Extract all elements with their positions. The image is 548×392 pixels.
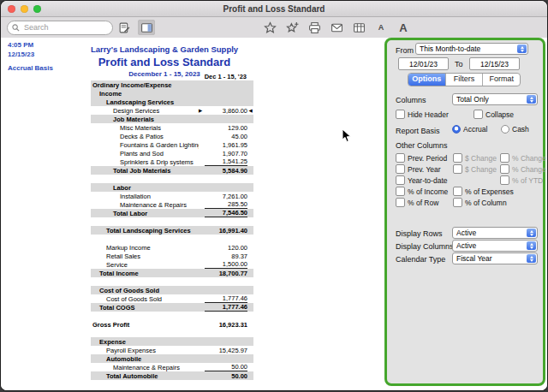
tab-filters[interactable]: Filters <box>446 74 484 86</box>
checkbox-icon[interactable] <box>453 187 462 196</box>
hide-header-checkbox[interactable]: Hide Header <box>396 110 449 119</box>
row-label: Total Income <box>91 270 199 277</box>
options-panel: From This Month-to-date 12/01/23 To 12/1… <box>384 38 545 386</box>
decrease-font-button[interactable]: A <box>372 20 390 35</box>
other-columns-checkbox[interactable]: % of Income <box>396 186 453 197</box>
other-columns-checkbox[interactable]: % Change <box>500 163 546 175</box>
row-value[interactable]: 16,923.31 <box>205 321 247 329</box>
other-columns-checkbox[interactable]: % of Expenses <box>453 186 500 197</box>
accrual-radio[interactable]: Accrual <box>452 125 487 134</box>
calendar-type-label: Calendar Type <box>396 255 445 264</box>
report-spacer-row <box>91 312 253 320</box>
customize-report-icon <box>118 21 131 34</box>
report-row: Ordinary Income/Expense <box>91 80 253 89</box>
tab-options[interactable]: Options <box>408 74 446 86</box>
search-input[interactable] <box>22 22 96 33</box>
checkbox-icon[interactable] <box>396 153 405 163</box>
row-value[interactable]: 3,860.00 <box>205 107 247 115</box>
customize-report-button[interactable] <box>116 20 133 35</box>
cash-radio[interactable]: Cash <box>501 125 529 134</box>
titlebar[interactable]: Profit and Loss Standard <box>1 1 547 17</box>
row-value[interactable]: 1,777.46 <box>205 294 247 303</box>
other-columns-checkbox[interactable]: % of Row <box>396 197 453 208</box>
checkbox-icon[interactable] <box>500 164 509 174</box>
accrual-label: Accrual <box>463 125 487 134</box>
checkbox-icon[interactable] <box>474 110 483 119</box>
other-columns-checkbox[interactable]: % Change <box>500 152 546 163</box>
print-button[interactable] <box>306 20 323 35</box>
row-value[interactable]: 1,541.25 <box>205 157 247 166</box>
checkbox-icon[interactable] <box>453 198 462 207</box>
other-columns-checkbox[interactable]: $ Change <box>453 163 500 175</box>
other-columns-checkbox[interactable]: % of YTD <box>500 175 546 186</box>
display-columns-label: Display Columns <box>396 242 454 251</box>
row-value[interactable]: 1,907.70 <box>205 150 247 157</box>
radio-unselected-icon[interactable] <box>501 125 509 134</box>
zoom-window-icon[interactable] <box>33 5 41 13</box>
add-favorite-button[interactable] <box>283 20 301 35</box>
row-value[interactable]: 285.50 <box>205 200 247 209</box>
display-rows-dropdown[interactable]: Active <box>452 227 538 239</box>
checkbox-icon[interactable] <box>396 110 405 119</box>
increase-font-button[interactable]: A <box>395 20 412 35</box>
checkbox-icon[interactable] <box>453 164 462 174</box>
report-spacer-row <box>91 175 253 183</box>
row-value[interactable]: 129.00 <box>205 124 247 132</box>
date-range-dropdown[interactable]: This Month-to-date <box>415 43 528 55</box>
collapse-checkbox[interactable]: Collapse <box>474 110 514 119</box>
checkbox-icon[interactable] <box>396 187 405 196</box>
other-columns-checkbox[interactable]: Year-to-date <box>396 175 453 186</box>
checkbox-label: Year-to-date <box>408 176 447 185</box>
checkbox-icon[interactable] <box>453 153 462 163</box>
other-columns-grid: Prev. Period$ Change% ChangePrev. Year$ … <box>396 152 539 208</box>
other-columns-checkbox[interactable]: $ Change <box>453 152 500 163</box>
row-label: Installation <box>91 193 199 200</box>
from-date-field[interactable]: 12/01/23 <box>398 57 449 70</box>
checkbox-icon[interactable] <box>500 175 509 185</box>
row-value[interactable]: 50.00 <box>205 372 247 380</box>
row-value[interactable]: 89.37 <box>205 252 247 260</box>
report-spacer-row <box>91 217 253 226</box>
row-label: Landscaping Services <box>91 98 199 106</box>
row-value[interactable]: 16,991.40 <box>205 227 247 235</box>
display-columns-dropdown[interactable]: Active <box>452 240 538 252</box>
report-content: 4:05 PM 12/15/23 Accrual Basis Larry's L… <box>1 38 547 390</box>
register-button[interactable] <box>350 20 367 35</box>
report-row: Design Services▶3,860.00◀ <box>91 106 253 115</box>
row-label: Maintenance & Repairs <box>91 364 199 371</box>
calendar-type-dropdown[interactable]: Fiscal Year <box>452 252 538 264</box>
close-window-icon[interactable] <box>8 5 15 13</box>
toolbar: A A <box>1 17 547 39</box>
columns-dropdown[interactable]: Total Only <box>452 93 538 105</box>
row-value[interactable]: 5,584.90 <box>205 167 247 175</box>
report-row: Labor <box>91 183 253 192</box>
row-value[interactable]: 7,546.50 <box>205 209 247 217</box>
row-value[interactable]: 18,700.77 <box>205 270 247 277</box>
toggle-options-panel-button[interactable] <box>138 20 155 35</box>
row-label: Labor <box>91 184 199 192</box>
checkbox-icon[interactable] <box>396 175 405 185</box>
search-box[interactable] <box>7 21 113 35</box>
other-columns-checkbox[interactable]: Prev. Year <box>396 163 453 175</box>
row-value[interactable]: 45.00 <box>205 133 247 140</box>
checkbox-icon[interactable] <box>500 153 509 163</box>
email-button[interactable] <box>328 20 345 35</box>
other-columns-checkbox[interactable]: % of Column <box>453 197 500 208</box>
row-value[interactable]: 15,425.97 <box>205 347 247 354</box>
minimize-window-icon[interactable] <box>21 5 28 13</box>
favorite-button[interactable] <box>261 20 278 35</box>
to-date-field[interactable]: 12/15/23 <box>469 57 520 70</box>
row-value[interactable]: 50.00 <box>205 363 247 371</box>
row-value[interactable]: 120.00 <box>205 244 247 252</box>
checkbox-icon[interactable] <box>396 198 405 207</box>
checkbox-label: % Change <box>512 165 546 174</box>
row-value[interactable]: 1,961.95 <box>205 141 247 149</box>
row-value[interactable]: 1,500.00 <box>205 260 247 269</box>
report-date: 12/15/23 <box>8 50 53 59</box>
other-columns-checkbox[interactable]: Prev. Period <box>396 152 453 163</box>
checkbox-icon[interactable] <box>396 164 405 174</box>
tab-format[interactable]: Format <box>483 74 520 86</box>
row-value[interactable]: 1,777.46 <box>205 303 247 312</box>
radio-selected-icon[interactable] <box>452 125 461 134</box>
row-value[interactable]: 7,261.00 <box>205 193 247 200</box>
